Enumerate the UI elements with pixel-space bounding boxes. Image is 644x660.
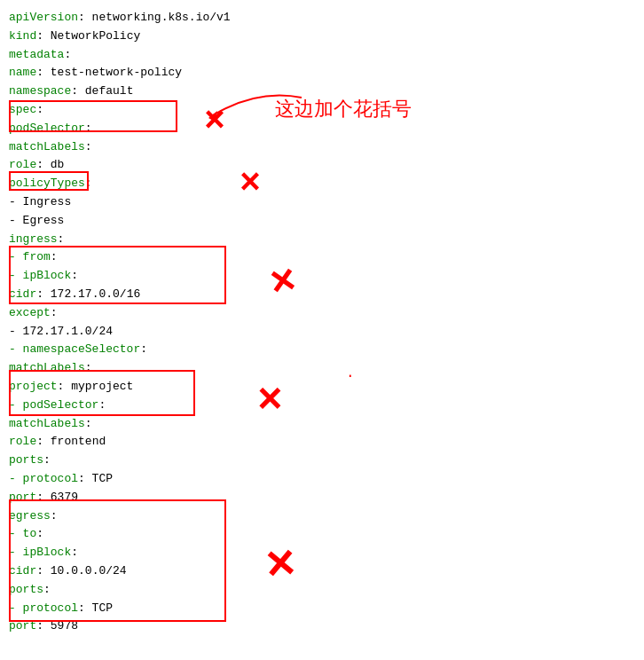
code-line: namespace: default [9,82,635,101]
code-line: port: 6379 [9,489,635,507]
code-line: policyTypes: [9,175,635,193]
code-line: ingress: [9,231,635,249]
code-line: podSelector: [9,120,635,138]
code-line: - ipBlock: [9,267,635,286]
code-line: name: test-network-policy [9,64,635,82]
code-line: ports: [9,452,635,470]
code-line: - protocol: TCP [9,600,635,618]
code-area: apiVersion: networking.k8s.io/v1kind: Ne… [0,0,644,645]
code-line: - protocol: TCP [9,470,635,489]
code-line: egress: [9,507,635,526]
code-line: ports: [9,581,635,600]
code-line: metadata: [9,46,635,65]
code-line: kind: NetworkPolicy [9,28,635,46]
code-line: except: [9,304,635,323]
code-line: - ipBlock: [9,544,635,562]
code-line: project: myproject [9,378,635,397]
code-line: spec: [9,101,635,120]
code-line: matchLabels: [9,359,635,378]
code-line: - from: [9,248,635,267]
code-line: - Ingress [9,193,635,212]
code-line: matchLabels: [9,138,635,157]
code-line: role: frontend [9,433,635,452]
code-line: - podSelector: [9,397,635,415]
code-line: - 172.17.1.0/24 [9,323,635,342]
code-line: matchLabels: [9,415,635,434]
code-line: cidr: 172.17.0.0/16 [9,286,635,304]
code-line: - to: [9,525,635,544]
code-line: port: 5978 [9,617,635,636]
code-line: role: db [9,156,635,175]
code-line: - namespaceSelector: [9,341,635,359]
code-line: apiVersion: networking.k8s.io/v1 [9,9,635,28]
code-line: cidr: 10.0.0.0/24 [9,562,635,581]
code-line: - Egress [9,212,635,231]
